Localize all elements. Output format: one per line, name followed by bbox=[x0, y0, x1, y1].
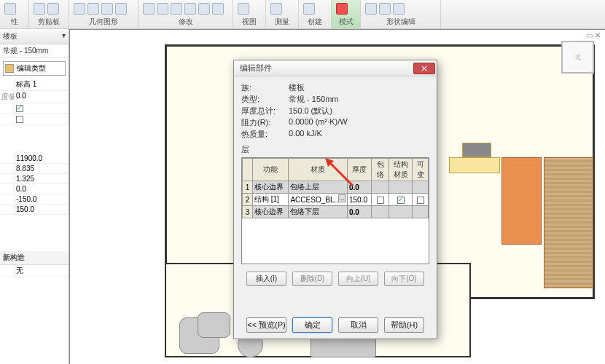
prop-value[interactable]: -150.0 bbox=[15, 194, 69, 204]
cell-material: 包络上层 bbox=[289, 181, 348, 194]
ribbon-icon[interactable] bbox=[4, 3, 16, 15]
close-button[interactable] bbox=[413, 63, 435, 74]
cell-thickness: 0.0 bbox=[348, 181, 372, 194]
ribbon-group-label: 修改 bbox=[143, 17, 228, 27]
geom-icon[interactable] bbox=[74, 3, 85, 15]
ribbon-group-label: 几何图形 bbox=[74, 17, 133, 27]
ribbon-group-label: 模式 bbox=[336, 17, 356, 27]
edit-type-label: 编辑类型 bbox=[17, 63, 46, 74]
panel-type: 楼板 bbox=[3, 31, 17, 41]
mod-icon[interactable] bbox=[171, 3, 182, 15]
resistance-label: 阻力(R): bbox=[241, 117, 289, 128]
checkbox[interactable] bbox=[16, 116, 23, 123]
type-value: 常规 - 150mm bbox=[289, 94, 338, 105]
prop-value[interactable]: 1.325 bbox=[15, 174, 69, 183]
geom-icon[interactable] bbox=[87, 3, 99, 15]
thickness-label: 厚度总计: bbox=[241, 106, 289, 116]
dialog-titlebar[interactable]: 编辑部件 bbox=[234, 60, 437, 76]
wrap-checkbox[interactable] bbox=[377, 197, 384, 204]
edit-type-button[interactable]: 编辑类型 bbox=[3, 61, 66, 76]
cell-thickness: 0.0 bbox=[348, 206, 372, 218]
viewport-controls[interactable]: ▭ ✕ bbox=[586, 31, 601, 39]
geom-icon[interactable] bbox=[115, 3, 127, 15]
resistance-value: 0.0000 (m²·K)/W bbox=[289, 117, 348, 128]
col-function[interactable]: 功能 bbox=[253, 159, 289, 181]
mass-value: 0.00 kJ/K bbox=[289, 129, 322, 140]
view-icon[interactable] bbox=[238, 3, 249, 15]
ribbon-group-label: 形状编辑 bbox=[365, 17, 436, 27]
offset-value[interactable]: 0.0 bbox=[15, 91, 69, 103]
geom-icon[interactable] bbox=[101, 3, 113, 15]
col-material[interactable]: 材质 bbox=[289, 159, 348, 181]
delete-button: 删除(D) bbox=[292, 272, 332, 286]
cell-function[interactable]: 结构 [1] bbox=[253, 194, 289, 206]
mod-icon[interactable] bbox=[157, 3, 168, 15]
table-row[interactable]: 2 结构 [1] ACCESO_BL...… 150.0 bbox=[243, 194, 429, 206]
down-button: 向下(O) bbox=[384, 272, 424, 286]
shape-icon[interactable] bbox=[393, 3, 405, 15]
dialog-title: 编辑部件 bbox=[240, 63, 272, 74]
col-wrap[interactable]: 包络 bbox=[372, 159, 389, 181]
preview-button[interactable]: << 预览(P) bbox=[246, 317, 286, 333]
help-button[interactable]: 帮助(H) bbox=[384, 317, 424, 333]
type-swatch-icon bbox=[5, 64, 14, 73]
mod-icon[interactable] bbox=[198, 3, 210, 15]
chevron-down-icon[interactable]: ▾ bbox=[62, 31, 66, 41]
shape-icon[interactable] bbox=[379, 3, 391, 15]
cell-function: 核心边界 bbox=[253, 206, 289, 218]
type-name: 常规 - 150mm bbox=[0, 44, 69, 58]
shape-icon[interactable] bbox=[365, 3, 377, 15]
create-icon[interactable] bbox=[303, 3, 315, 15]
cell-material: 包络下层 bbox=[289, 206, 348, 218]
family-label: 族: bbox=[241, 82, 289, 93]
up-button: 向上(U) bbox=[338, 272, 378, 286]
new-constr-label: 新构造 bbox=[0, 251, 69, 265]
stairs bbox=[544, 157, 593, 288]
prop-value[interactable]: 150.0 bbox=[15, 205, 69, 214]
chair bbox=[198, 312, 230, 338]
ribbon: 性 剪贴板 几何图形 修改 视图 测量 创建 模式 形状编辑 bbox=[0, 0, 605, 29]
prop-value[interactable]: 0.0 bbox=[15, 184, 69, 194]
level-value[interactable]: 标高 1 bbox=[15, 79, 69, 90]
cell-function: 核心边界 bbox=[253, 181, 289, 194]
mod-icon[interactable] bbox=[212, 3, 224, 15]
prop-value[interactable]: 8.835 bbox=[15, 164, 69, 173]
ribbon-group-label: 视图 bbox=[238, 17, 261, 27]
measure-icon[interactable] bbox=[270, 3, 282, 15]
view-cube[interactable]: 北 bbox=[561, 41, 594, 74]
col-var[interactable]: 可变 bbox=[413, 159, 429, 181]
new-constr-value[interactable]: 无 bbox=[15, 265, 69, 277]
insert-button[interactable]: 插入(I) bbox=[246, 272, 286, 286]
ribbon-group-label: 性 bbox=[4, 17, 24, 27]
family-value: 楼板 bbox=[289, 82, 305, 93]
table-row[interactable]: 3 核心边界 包络下层 0.0 bbox=[243, 206, 429, 218]
mod-icon[interactable] bbox=[184, 3, 196, 15]
ribbon-group-label: 创建 bbox=[303, 17, 327, 27]
thickness-value: 150.0 (默认) bbox=[289, 106, 332, 116]
mod-icon[interactable] bbox=[143, 3, 155, 15]
cancel-button[interactable]: 取消 bbox=[338, 317, 378, 333]
cut-icon[interactable] bbox=[47, 3, 59, 15]
checkbox[interactable] bbox=[16, 105, 23, 112]
cancel-mode-icon[interactable] bbox=[336, 3, 348, 15]
appliance bbox=[462, 143, 491, 157]
var-checkbox[interactable] bbox=[417, 197, 424, 204]
table-row[interactable]: 1 核心边界 包络上层 0.0 bbox=[243, 181, 429, 194]
edit-assembly-dialog: 编辑部件 族:楼板 类型:常规 - 150mm 厚度总计:150.0 (默认) … bbox=[233, 60, 437, 339]
cell-thickness[interactable]: 150.0 bbox=[348, 194, 372, 206]
struct-checkbox[interactable] bbox=[397, 197, 405, 204]
properties-panel: 楼板▾ 常规 - 150mm 编辑类型 标高 1 度偏移0.0 11900.0 … bbox=[0, 29, 69, 364]
col-thickness[interactable]: 厚度 bbox=[348, 159, 372, 181]
counter bbox=[449, 157, 500, 173]
furniture bbox=[501, 157, 542, 245]
ok-button[interactable]: 确定 bbox=[292, 317, 332, 333]
offset-label: 度偏移 bbox=[0, 91, 15, 103]
layers-table[interactable]: 功能 材质 厚度 包络 结构材质 可变 1 核心边界 包络上层 0.0 2 结构… bbox=[241, 157, 429, 264]
browse-icon[interactable]: … bbox=[338, 194, 346, 202]
cell-material[interactable]: ACCESO_BL...… bbox=[289, 194, 348, 206]
prop-value[interactable]: 11900.0 bbox=[15, 154, 69, 163]
ribbon-group-label: 测量 bbox=[270, 17, 294, 27]
mass-label: 热质量: bbox=[241, 129, 289, 140]
col-struct[interactable]: 结构材质 bbox=[389, 159, 413, 181]
paste-icon[interactable] bbox=[34, 3, 45, 15]
